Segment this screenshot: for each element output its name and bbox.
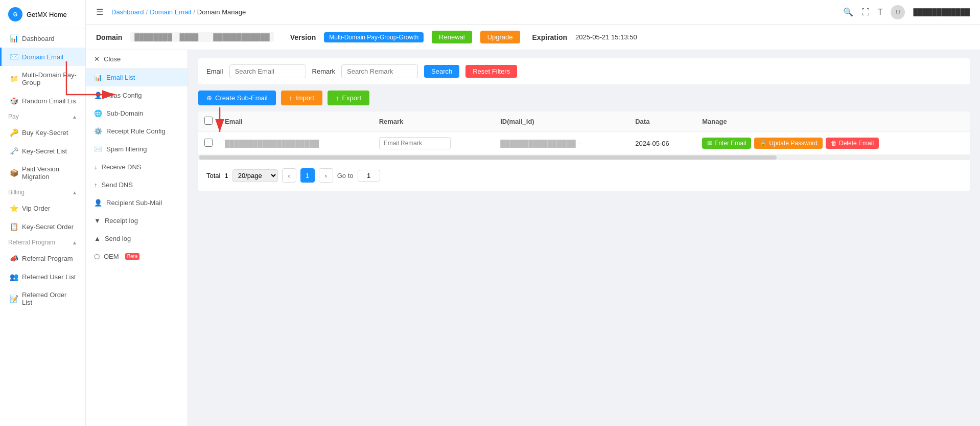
goto-input[interactable] bbox=[358, 170, 380, 182]
sub-sidebar-alias-config[interactable]: 👤 Alias Config bbox=[86, 86, 188, 104]
sub-sidebar-sub-domain[interactable]: 🌐 Sub-Domain bbox=[86, 104, 188, 122]
sub-sidebar-close[interactable]: ✕ Close bbox=[86, 50, 188, 69]
row-date: 2024-05-06 bbox=[629, 132, 696, 155]
receive-dns-label: Receive DNS bbox=[102, 163, 142, 171]
breadcrumb-domain-email[interactable]: Domain Email bbox=[150, 8, 191, 16]
sub-sidebar-receive-dns[interactable]: ↓ Receive DNS bbox=[86, 158, 188, 176]
sidebar-item-label: Referred Order List bbox=[22, 291, 77, 306]
sidebar-item-referred-users[interactable]: 👥 Referred User List bbox=[0, 267, 85, 286]
row-mail-id: ████████████████ – bbox=[494, 132, 629, 155]
main-area: ☰ Dashboard / Domain Email / Domain Mana… bbox=[86, 0, 980, 426]
sub-sidebar: ✕ Close 📊 Email List 👤 Alias Config 🌐 Su… bbox=[86, 50, 188, 426]
create-sub-email-button[interactable]: ⊕ Create Sub-Email bbox=[198, 91, 276, 105]
font-size-icon[interactable]: T bbox=[878, 8, 883, 17]
remark-filter-label: Remark bbox=[312, 68, 336, 75]
sub-sidebar-send-log[interactable]: ▲ Send log bbox=[86, 230, 188, 248]
domain-label: Domain bbox=[96, 33, 122, 41]
sidebar-item-vip-order[interactable]: ⭐ Vip Order bbox=[0, 199, 85, 217]
content-area: ✕ Close 📊 Email List 👤 Alias Config 🌐 Su… bbox=[86, 50, 980, 426]
sidebar-item-label: Domain Email bbox=[22, 53, 63, 61]
dashboard-icon: 📊 bbox=[10, 34, 18, 42]
sidebar-section-pay: Pay ▲ bbox=[0, 110, 85, 123]
import-icon: ↑ bbox=[289, 94, 293, 102]
recipient-sub-mail-label: Recipient Sub-Mail bbox=[106, 199, 162, 207]
update-password-button[interactable]: 🔒 Update Password bbox=[754, 138, 823, 149]
beta-badge: Beta bbox=[125, 253, 140, 260]
search-icon[interactable]: 🔍 bbox=[843, 7, 853, 17]
spam-filter-icon: ✉️ bbox=[94, 145, 102, 153]
email-search-input[interactable] bbox=[229, 64, 306, 78]
import-label: Import bbox=[295, 94, 314, 102]
sub-sidebar-spam-filter[interactable]: ✉️ Spam filtering bbox=[86, 140, 188, 158]
create-label: Create Sub-Email bbox=[215, 94, 268, 102]
prev-page-button[interactable]: ‹ bbox=[282, 168, 296, 183]
pay-section-label: Pay bbox=[8, 113, 19, 120]
sidebar-section-billing: Billing ▲ bbox=[0, 186, 85, 199]
fullscreen-icon[interactable]: ⛶ bbox=[861, 8, 870, 17]
sub-sidebar-recipient-sub-mail[interactable]: 👤 Recipient Sub-Mail bbox=[86, 194, 188, 212]
sub-sidebar-receipt-rule[interactable]: ⚙️ Receipt Rule Config bbox=[86, 122, 188, 140]
sub-sidebar-oem[interactable]: ⬡ OEM Beta bbox=[86, 248, 188, 265]
sidebar-item-random-email[interactable]: 🎲 Random Email Lis bbox=[0, 92, 85, 110]
receipt-log-label: Receipt log bbox=[105, 217, 138, 225]
referral-arrow-icon: ▲ bbox=[72, 240, 77, 245]
next-page-button[interactable]: › bbox=[319, 168, 333, 183]
col-data: Data bbox=[629, 111, 696, 132]
row-email: ████████████████████ bbox=[219, 132, 373, 155]
sidebar-item-multi-domain[interactable]: 📁 Multi-Domain Pay-Group bbox=[0, 66, 85, 92]
breadcrumb-domain-manage: Domain Manage bbox=[197, 8, 246, 16]
menu-icon[interactable]: ☰ bbox=[96, 7, 103, 17]
sidebar-section-referral: Referral Program ▲ bbox=[0, 236, 85, 249]
sidebar-item-key-list[interactable]: 🗝️ Key-Secret List bbox=[0, 142, 85, 160]
per-page-select[interactable]: 20/page 10/page 50/page 100/page bbox=[232, 169, 278, 182]
sidebar-item-key-order[interactable]: 📋 Key-Secret Order bbox=[0, 217, 85, 236]
remark-input[interactable] bbox=[379, 137, 451, 149]
sidebar-item-label: Referral Program bbox=[22, 255, 73, 262]
domain-bar: Domain ████████ ████ ████████████ Versio… bbox=[86, 25, 980, 50]
sidebar-item-paid-migration[interactable]: 📦 Paid Version Migration bbox=[0, 160, 85, 186]
reset-filters-button[interactable]: Reset Filters bbox=[465, 65, 517, 78]
col-remark: Remark bbox=[373, 111, 495, 132]
sidebar-item-referral-program[interactable]: 📣 Referral Program bbox=[0, 249, 85, 267]
username-label: ████████████ bbox=[913, 8, 970, 16]
search-button[interactable]: Search bbox=[424, 65, 459, 78]
sub-sidebar-receipt-log[interactable]: ▼ Receipt log bbox=[86, 212, 188, 230]
sub-sidebar-email-list[interactable]: 📊 Email List bbox=[86, 69, 188, 86]
version-badge: Multi-Domain Pay-Group-Growth bbox=[324, 32, 424, 42]
topbar-right: 🔍 ⛶ T U ████████████ bbox=[843, 5, 970, 19]
table-scrollbar[interactable] bbox=[198, 155, 970, 160]
enter-email-button[interactable]: ✉ Enter Email bbox=[702, 138, 751, 149]
alias-config-icon: 👤 bbox=[94, 92, 102, 99]
sidebar-item-domain-email[interactable]: ✉️ Domain Email bbox=[0, 48, 85, 66]
sidebar-item-referred-orders[interactable]: 📝 Referred Order List bbox=[0, 286, 85, 311]
page-1-button[interactable]: 1 bbox=[300, 168, 315, 183]
renewal-button[interactable]: Renewal bbox=[432, 31, 472, 43]
random-email-icon: 🎲 bbox=[10, 97, 18, 105]
sidebar-item-dashboard[interactable]: 📊 Dashboard bbox=[0, 29, 85, 48]
row-remark bbox=[373, 132, 495, 155]
sidebar-logo[interactable]: G GetMX Home bbox=[0, 0, 85, 29]
total-label: Total bbox=[206, 172, 220, 180]
import-button[interactable]: ↑ Import bbox=[281, 91, 322, 105]
receipt-log-icon: ▼ bbox=[94, 217, 101, 225]
buy-key-icon: 🔑 bbox=[10, 128, 18, 137]
row-checkbox[interactable] bbox=[204, 139, 213, 147]
sidebar-item-label: Key-Secret Order bbox=[22, 223, 74, 231]
oem-label: OEM bbox=[104, 253, 119, 260]
sub-sidebar-send-dns[interactable]: ↑ Send DNS bbox=[86, 176, 188, 194]
referred-orders-icon: 📝 bbox=[10, 295, 18, 303]
sidebar: G GetMX Home 📊 Dashboard ✉️ Domain Email… bbox=[0, 0, 86, 426]
breadcrumb-dashboard[interactable]: Dashboard bbox=[111, 8, 144, 16]
upgrade-button[interactable]: Upgrade bbox=[480, 31, 520, 43]
delete-email-button[interactable]: 🗑 Delete Email bbox=[826, 138, 879, 149]
receive-dns-icon: ↓ bbox=[94, 163, 98, 171]
pagination: Total 1 20/page 10/page 50/page 100/page… bbox=[198, 160, 970, 191]
avatar: U bbox=[891, 5, 905, 19]
select-all-checkbox[interactable] bbox=[204, 117, 213, 125]
remark-search-input[interactable] bbox=[341, 64, 418, 78]
email-table: Email Remark ID(mail_id) Data Manage ███… bbox=[198, 111, 970, 155]
sidebar-item-buy-key[interactable]: 🔑 Buy Key-Secret bbox=[0, 123, 85, 142]
email-table-wrapper: Email Remark ID(mail_id) Data Manage ███… bbox=[198, 111, 970, 191]
export-button[interactable]: ↑ Export bbox=[328, 91, 369, 105]
billing-arrow-icon: ▲ bbox=[72, 190, 77, 195]
